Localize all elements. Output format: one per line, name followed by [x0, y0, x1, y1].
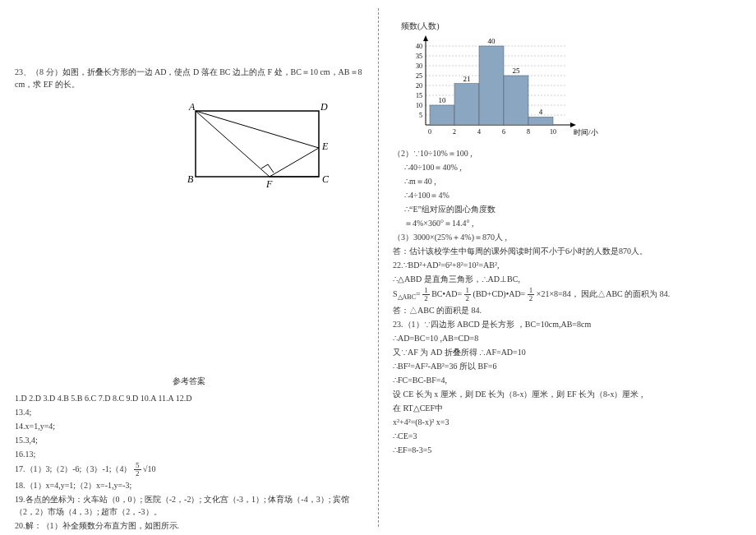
sol-23h: x²+4²=(8-x)² x=3 — [393, 416, 741, 428]
label-A: A — [188, 101, 196, 113]
a17-sqrt: √10 — [143, 464, 156, 473]
q23-text: 23、（8 分）如图，折叠长方形的一边 AD，使点 D 落在 BC 边上的点 F… — [15, 66, 363, 90]
right-solutions: （2）∵10÷10%＝100 , ∴40÷100＝40% , ∴m＝40 , ∴… — [393, 147, 741, 456]
answer-mc: 1.D 2.D 3.D 4.B 5.B 6.C 7.D 8.C 9.D 10.A… — [15, 392, 363, 404]
svg-line-3 — [270, 148, 319, 177]
y-tick: 35 — [416, 53, 422, 60]
x-tick-labels: 0246810 — [428, 128, 556, 136]
answer-20: 20.解：（1）补全频数分布直方图，如图所示. — [15, 519, 363, 532]
answer-13: 13.4; — [15, 406, 363, 418]
page: 23、（8 分）如图，折叠长方形的一边 AD，使点 D 落在 BC 边上的点 F… — [0, 0, 756, 535]
sol-23d: ∴BF²=AF²-AB²=36 所以 BF=6 — [393, 360, 741, 372]
answer-14: 14.x=1,y=4; — [15, 420, 363, 432]
geometry-svg: A D B C E F — [179, 99, 335, 193]
frac-half-2: 12 — [464, 287, 472, 302]
svg-marker-15 — [423, 35, 428, 41]
bar-label: 21 — [463, 75, 471, 83]
sol-23f: 设 CE 长为 x 厘米，则 DE 长为（8-x）厘米，则 EF 长为（8-x）… — [393, 388, 741, 400]
x-tick: 2 — [453, 128, 456, 136]
sol-2b: ∴40÷100＝40% , — [404, 161, 741, 173]
sol-2e: ∴“E”组对应的圆心角度数 — [404, 203, 741, 215]
a17-fraction: 5 2 — [134, 462, 141, 477]
sol-3: （3）3000×(25%＋4%)＝870人 , — [393, 231, 741, 243]
sol-2a: （2）∵10÷10%＝100 , — [393, 147, 741, 159]
sol-2d: ∴4÷100＝4% — [404, 189, 741, 201]
bar — [504, 76, 528, 125]
x-tick: 6 — [502, 128, 505, 136]
y-tick: 5 — [419, 112, 422, 119]
answers-heading: 参考答案 — [15, 376, 363, 387]
question-23: 23、（8 分）如图，折叠长方形的一边 AD，使点 D 落在 BC 边上的点 F… — [15, 66, 363, 90]
label-E: E — [321, 141, 329, 152]
y-tick: 30 — [416, 62, 422, 70]
y-tick-labels: 510152025303540 — [416, 43, 422, 119]
label-B: B — [187, 173, 194, 185]
answer-15: 15.3,4; — [15, 434, 363, 446]
bar-chart: 频数(人数) 102140254 510152025 — [401, 21, 741, 141]
answer-16: 16.13; — [15, 448, 363, 460]
x-tick: 0 — [428, 128, 431, 136]
answer-18: 18.（1）x=4,y=1;（2）x=-1,y=-3; — [15, 479, 363, 491]
bar-label: 10 — [439, 96, 447, 104]
x-tick: 8 — [527, 128, 530, 136]
sol-2c: ∴m＝40 , — [404, 175, 741, 187]
chart-xlabel: 时间/小时 — [574, 128, 598, 136]
sol-23i: ∴CE=3 — [393, 430, 741, 442]
sol-23j: ∴EF=8-3=5 — [393, 444, 741, 456]
bar — [430, 105, 454, 125]
label-D: D — [320, 101, 328, 113]
bar-label: 40 — [488, 37, 496, 45]
answer-19: 19.各点的坐标为：火车站（0，0）; 医院（-2，-2）; 文化宫（-3，1）… — [15, 493, 363, 518]
svg-line-1 — [196, 111, 270, 177]
y-tick: 10 — [416, 102, 422, 109]
sol-23a: 23.（1）∵四边形 ABCD 是长方形 ，BC=10cm,AB=8cm — [393, 318, 741, 330]
right-column: 频数(人数) 102140254 510152025 — [378, 0, 756, 535]
bar-label: 25 — [513, 67, 521, 75]
sol-22d: 答：△ABC 的面积是 84. — [393, 304, 741, 316]
y-tick: 15 — [416, 92, 422, 99]
sol-22a: 22.∵BD²+AD²=6²+8²=10²=AB², — [393, 259, 741, 271]
sol-22b: ∴△ABD 是直角三角形，∴AD⊥BC, — [393, 273, 741, 285]
chart-ylabel: 频数(人数) — [401, 21, 741, 32]
sol-22c: S△ABC= 12 BC•AD= 12 (BD+CD)•AD= 12 ×21×8… — [393, 287, 741, 302]
x-tick: 4 — [477, 128, 481, 136]
bar — [528, 117, 553, 125]
bar-label: 4 — [539, 108, 543, 116]
bar — [479, 46, 504, 125]
svg-marker-16 — [570, 122, 576, 127]
sol-2f: ＝4%×360°＝14.4° , — [404, 217, 741, 229]
x-tick: 10 — [550, 128, 556, 136]
y-tick: 20 — [416, 82, 422, 90]
y-tick: 40 — [416, 43, 422, 50]
sol-answer-reading: 答：估计该校学生中每周的课外阅读时间不小于6小时的人数是870人。 — [393, 245, 741, 257]
sol-23b: ∴AD=BC=10 ,AB=CD=8 — [393, 332, 741, 344]
figure-rectangle: A D B C E F — [179, 99, 363, 195]
bar — [454, 84, 479, 125]
frac-half-1: 12 — [422, 287, 430, 302]
sol-23e: ∴FC=BC-BF=4, — [393, 374, 741, 386]
left-column: 23、（8 分）如图，折叠长方形的一边 AD，使点 D 落在 BC 边上的点 F… — [0, 0, 378, 535]
bar-chart-svg: 102140254 510152025303540 0246810 时间/小时 — [401, 34, 598, 141]
y-tick: 25 — [416, 72, 422, 80]
label-C: C — [322, 173, 330, 185]
svg-line-2 — [196, 111, 319, 148]
sol-23g: 在 RT△CEF中 — [393, 402, 741, 414]
frac-half-3: 12 — [528, 287, 535, 302]
sol-23c: 又∵AF 为 AD 折叠所得 ∴AF=AD=10 — [393, 346, 741, 358]
svg-rect-0 — [196, 111, 319, 177]
a17-prefix: 17.（1）3;（2）-6;（3）-1;（4） — [15, 464, 132, 473]
label-F: F — [265, 178, 273, 190]
answer-17: 17.（1）3;（2）-6;（3）-1;（4） 5 2 √10 — [15, 462, 363, 477]
